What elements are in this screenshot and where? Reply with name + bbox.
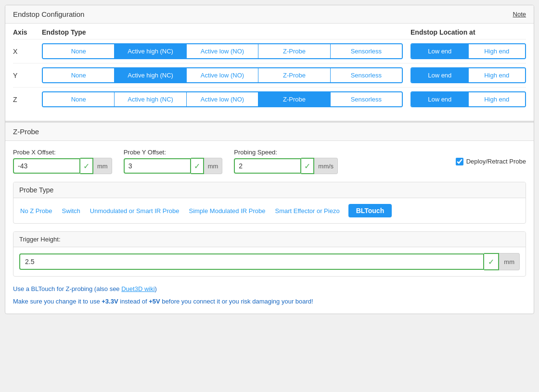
probe-x-unit: mm <box>93 158 112 174</box>
trigger-height-input[interactable] <box>19 253 484 270</box>
zprobe-body: Probe X Offset: ✓ mm Probe Y Offset: ✓ m… <box>5 141 534 314</box>
deploy-retract-group: Deploy/Retract Probe <box>456 158 526 165</box>
probe-type-unmodulated[interactable]: Unmodulated or Smart IR Probe <box>89 205 180 216</box>
probe-y-offset-label: Probe Y Offset: <box>124 149 223 156</box>
probe-x-offset-input-group: ✓ mm <box>13 158 112 174</box>
probing-speed-unit: mm/s <box>314 158 338 174</box>
y-location-buttons: Low end High end <box>411 67 526 83</box>
probe-type-no-z-probe[interactable]: No Z Probe <box>19 205 53 216</box>
info-text: Use a BLTouch for Z-probing (also see Du… <box>13 284 526 294</box>
probing-speed-check-icon: ✓ <box>301 158 314 174</box>
y-type-sensorless[interactable]: Sensorless <box>331 68 402 82</box>
probing-speed-input-group: ✓ mm/s <box>234 158 338 174</box>
col-type-header: Endstop Type <box>42 28 411 36</box>
probe-y-offset-group: Probe Y Offset: ✓ mm <box>124 149 223 174</box>
x-type-none[interactable]: None <box>43 44 115 58</box>
z-type-none[interactable]: None <box>43 92 115 106</box>
probe-x-offset-label: Probe X Offset: <box>13 149 112 156</box>
probing-speed-label: Probing Speed: <box>234 149 338 156</box>
x-type-zprobe[interactable]: Z-Probe <box>258 44 330 58</box>
probe-y-offset-input-group: ✓ mm <box>124 158 223 174</box>
deploy-retract-checkbox[interactable] <box>456 158 463 165</box>
x-type-buttons: None Active high (NC) Active low (NO) Z-… <box>42 43 403 59</box>
probing-speed-group: Probing Speed: ✓ mm/s <box>234 149 338 174</box>
endstop-config-title: Endstop Configuration <box>13 10 84 18</box>
zprobe-section: Z-Probe Probe X Offset: ✓ mm Probe Y Off… <box>5 121 534 314</box>
info-text-pre: Use a BLTouch for Z-probing (also see <box>13 285 121 292</box>
x-type-sensorless[interactable]: Sensorless <box>331 44 402 58</box>
x-type-active-high[interactable]: Active high (NC) <box>115 44 186 58</box>
probe-type-header: Probe Type <box>13 182 526 198</box>
y-type-none[interactable]: None <box>43 68 115 82</box>
deploy-retract-label: Deploy/Retract Probe <box>466 158 526 165</box>
probe-type-smart-effector[interactable]: Smart Effector or Piezo <box>274 205 340 216</box>
z-loc-high[interactable]: High end <box>469 92 526 106</box>
axis-x-label: X <box>13 48 42 55</box>
x-type-active-low[interactable]: Active low (NO) <box>187 44 258 58</box>
z-type-active-low[interactable]: Active low (NO) <box>187 92 258 106</box>
probe-x-offset-group: Probe X Offset: ✓ mm <box>13 149 112 174</box>
zprobe-header: Z-Probe <box>5 123 534 141</box>
probe-type-bltouch[interactable]: BLTouch <box>348 204 392 217</box>
col-axis-header: Axis <box>13 28 42 36</box>
warning-highlight-1: +3.3V <box>102 298 118 305</box>
axis-z-label: Z <box>13 96 42 103</box>
table-row: Z None Active high (NC) Active low (NO) … <box>13 87 526 111</box>
z-type-zprobe[interactable]: Z-Probe <box>258 92 330 106</box>
y-loc-low[interactable]: Low end <box>411 68 469 82</box>
x-location-buttons: Low end High end <box>411 43 526 59</box>
y-type-active-high[interactable]: Active high (NC) <box>115 68 186 82</box>
probe-offsets-row: Probe X Offset: ✓ mm Probe Y Offset: ✓ m… <box>13 149 526 174</box>
probing-speed-input[interactable] <box>234 158 301 174</box>
endstop-table: Axis Endstop Type Endstop Location at X … <box>5 24 534 119</box>
y-loc-high[interactable]: High end <box>469 68 526 82</box>
page-container: Endstop Configuration Note Axis Endstop … <box>5 5 534 314</box>
probe-y-offset-input[interactable] <box>124 158 191 174</box>
probe-type-buttons: No Z Probe Switch Unmodulated or Smart I… <box>13 198 526 223</box>
probe-y-unit: mm <box>204 158 223 174</box>
y-type-active-low[interactable]: Active low (NO) <box>187 68 258 82</box>
note-link[interactable]: Note <box>513 11 526 18</box>
trigger-height-box: Trigger Height: ✓ mm <box>13 231 526 277</box>
trigger-height-body: ✓ mm <box>13 247 526 276</box>
x-loc-high[interactable]: High end <box>469 44 526 58</box>
probe-x-check-icon: ✓ <box>80 158 93 174</box>
z-type-sensorless[interactable]: Sensorless <box>331 92 402 106</box>
info-text-post: ) <box>155 285 157 292</box>
warning-pre: Make sure you change it to use <box>13 298 102 305</box>
y-type-zprobe[interactable]: Z-Probe <box>258 68 330 82</box>
warning-end: before you connect it or you risk damagi… <box>160 298 313 305</box>
probe-x-offset-input[interactable] <box>13 158 80 174</box>
z-type-active-high[interactable]: Active high (NC) <box>115 92 186 106</box>
probe-type-simple-modulated[interactable]: Simple Modulated IR Probe <box>188 205 266 216</box>
probe-y-check-icon: ✓ <box>191 158 204 174</box>
probe-type-switch[interactable]: Switch <box>61 205 81 216</box>
duet3d-wiki-link[interactable]: Duet3D wiki <box>121 285 154 292</box>
table-row: Y None Active high (NC) Active low (NO) … <box>13 63 526 87</box>
trigger-height-header: Trigger Height: <box>13 232 526 247</box>
z-location-buttons: Low end High end <box>411 91 526 107</box>
trigger-unit: mm <box>499 253 520 270</box>
trigger-input-wrap: ✓ mm <box>19 253 520 270</box>
warning-mid: instead of <box>118 298 149 305</box>
axis-y-label: Y <box>13 72 42 79</box>
warning-text: Make sure you change it to use +3.3V ins… <box>13 297 526 306</box>
y-type-buttons: None Active high (NC) Active low (NO) Z-… <box>42 67 403 83</box>
endstop-config-header: Endstop Configuration Note <box>5 5 534 24</box>
table-row: X None Active high (NC) Active low (NO) … <box>13 39 526 63</box>
table-header: Axis Endstop Type Endstop Location at <box>13 24 526 39</box>
z-loc-low[interactable]: Low end <box>411 92 469 106</box>
probe-type-box: Probe Type No Z Probe Switch Unmodulated… <box>13 182 526 224</box>
z-type-buttons: None Active high (NC) Active low (NO) Z-… <box>42 91 403 107</box>
trigger-check-icon: ✓ <box>484 253 499 270</box>
col-location-header: Endstop Location at <box>411 28 526 36</box>
warning-highlight-2: +5V <box>149 298 160 305</box>
x-loc-low[interactable]: Low end <box>411 44 469 58</box>
